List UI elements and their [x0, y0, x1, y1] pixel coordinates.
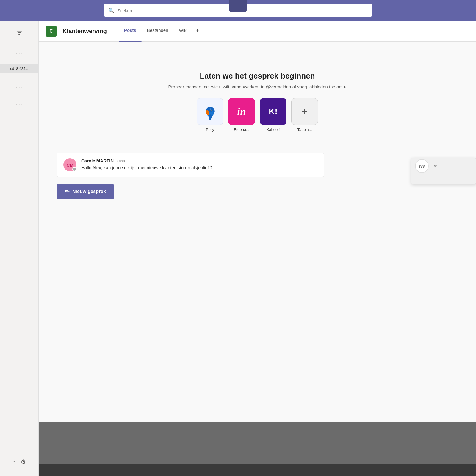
- app-freehand[interactable]: in Freeha...: [228, 98, 255, 132]
- main-layout: ... od18-425... ... ... e... ⚙ C Klanten…: [0, 21, 476, 476]
- polly-label: Polly: [206, 127, 214, 132]
- avatar: CM: [63, 158, 76, 171]
- app-kahoot[interactable]: K! Kahoot!: [260, 98, 286, 132]
- sidebar-bottom: e... ⚙: [0, 456, 38, 467]
- kahoot-icon-box: K!: [260, 98, 286, 125]
- tab-posts[interactable]: Posts: [119, 25, 142, 37]
- message-card: CM Carole MARTIN 08:00 Hallo Alex, kan j…: [57, 153, 324, 177]
- gear-icon[interactable]: ⚙: [21, 458, 26, 465]
- add-more-label: Tabbla...: [297, 127, 312, 132]
- filter-icon[interactable]: [13, 27, 25, 39]
- main-content: C Klantenwerving Posts Bestanden Wiki +: [39, 21, 476, 476]
- settings-label: e...: [12, 460, 18, 464]
- avatar-status: [72, 167, 76, 171]
- sidebar-channel-label: od18-425...: [8, 67, 30, 71]
- freehand-icon-box: in: [228, 98, 255, 125]
- add-tab-button[interactable]: +: [193, 25, 202, 37]
- message-content: Carole MARTIN 08:00 Hallo Alex, kan je m…: [81, 158, 317, 170]
- kahoot-text-icon: K!: [269, 107, 278, 116]
- kahoot-label: Kahoot!: [267, 127, 280, 132]
- freehand-text-icon: in: [237, 105, 246, 118]
- content-header: C Klantenwerving Posts Bestanden Wiki +: [39, 21, 476, 42]
- sidebar-channel-item[interactable]: od18-425...: [0, 64, 38, 73]
- freehand-label: Freeha...: [234, 127, 249, 132]
- tab-navigation: Posts Bestanden Wiki +: [119, 25, 202, 37]
- polly-icon-box: [197, 98, 223, 125]
- search-icon: 🔍: [108, 8, 114, 13]
- hamburger-icon: [235, 4, 241, 8]
- tab-wiki[interactable]: Wiki: [174, 25, 193, 37]
- sidebar: ... od18-425... ... ... e... ⚙: [0, 21, 39, 476]
- content-body: Laten we het gesprek beginnen Probeer me…: [39, 42, 476, 476]
- very-bottom-bar: [39, 464, 476, 476]
- miro-logo: m: [415, 159, 429, 173]
- channel-title: Klantenwerving: [62, 28, 107, 35]
- svg-point-8: [211, 109, 211, 109]
- top-bar: 🔍 Zoeken: [0, 0, 476, 21]
- message-sender: Carole MARTIN: [81, 158, 114, 163]
- hamburger-button[interactable]: [229, 0, 247, 12]
- new-conv-icon: ✏: [65, 188, 69, 195]
- app-icons-row: Polly in Freeha... K! Kahoot: [197, 98, 318, 132]
- chat-area: CM Carole MARTIN 08:00 Hallo Alex, kan j…: [57, 153, 324, 177]
- channel-avatar: C: [46, 26, 57, 37]
- sidebar-dots-3[interactable]: ...: [16, 99, 22, 107]
- starter-subtitle: Probeer mensen met wie u wilt samenwerke…: [168, 84, 347, 89]
- plus-icon: +: [301, 105, 308, 118]
- settings-area[interactable]: e... ⚙: [9, 456, 29, 467]
- message-header: Carole MARTIN 08:00: [81, 158, 317, 163]
- sidebar-dots-2[interactable]: ...: [16, 82, 22, 90]
- search-placeholder: Zoeken: [117, 8, 132, 13]
- right-bottom-panel: m Re: [411, 158, 476, 184]
- tab-bestanden[interactable]: Bestanden: [142, 25, 174, 37]
- app-polly[interactable]: Polly: [197, 98, 223, 132]
- starter-title: Laten we het gesprek beginnen: [200, 71, 315, 81]
- conversation-starter: Laten we het gesprek beginnen Probeer me…: [57, 71, 458, 132]
- message-text: Hallo Alex, kan je me de lijst met nieuw…: [81, 165, 212, 170]
- tooltip-popup: 1/7 Gesprek voeren m Re: [411, 158, 476, 184]
- app-add-more[interactable]: + Tabbla...: [291, 98, 318, 132]
- add-more-icon-box: +: [291, 98, 318, 125]
- sidebar-dots-1[interactable]: ...: [16, 48, 22, 55]
- new-conversation-button[interactable]: ✏ Nieuw gesprek: [57, 184, 114, 199]
- right-text: Re: [432, 164, 437, 168]
- message-time: 08:00: [117, 159, 126, 163]
